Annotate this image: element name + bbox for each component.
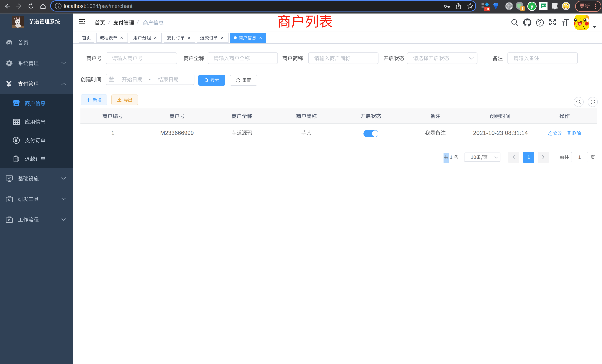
svg-text:1: 1: [522, 7, 524, 11]
svg-text:y: y: [530, 3, 534, 9]
svg-text:10: 10: [485, 7, 489, 11]
